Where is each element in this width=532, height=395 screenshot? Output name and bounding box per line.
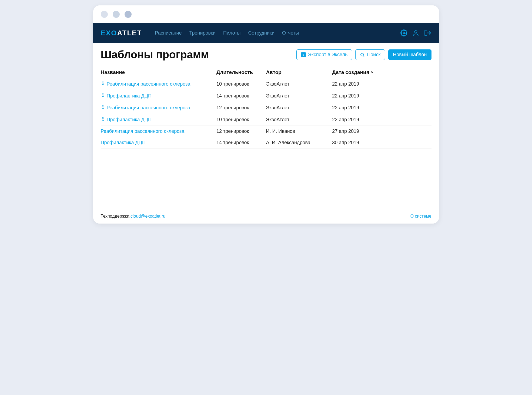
cell-author: ЭкзоАтлет	[266, 90, 332, 102]
svg-point-3	[361, 53, 364, 56]
cell-name: Реабилитация рассеянного склероза	[101, 78, 216, 90]
new-template-button[interactable]: Новый шаблон	[388, 49, 431, 60]
stick-figure-icon	[101, 81, 105, 87]
content: Шаблоны программ x Экспорт в Эксель	[93, 43, 439, 210]
nav-link-staff[interactable]: Сотрудники	[248, 30, 275, 36]
stick-figure-icon	[101, 93, 105, 99]
template-name: Профилактика ДЦП	[107, 117, 152, 123]
cell-duration: 10 тренировок	[216, 78, 266, 90]
svg-line-22	[103, 107, 104, 109]
nav-icons	[400, 29, 431, 37]
table-row: Реабилитация рассеянного склероза12 трен…	[101, 102, 431, 114]
cell-date: 22 апр 2019	[332, 114, 431, 126]
svg-line-4	[363, 56, 364, 56]
templates-table: Название Длительность Автор Дата создани…	[101, 67, 431, 148]
cell-duration: 12 тренировок	[216, 102, 266, 114]
browser-body: EXOATLET Расписание Тренировки Пилоты Со…	[93, 23, 439, 224]
template-link[interactable]: Реабилитация рассеянного склероза	[101, 81, 190, 87]
table-row: Профилактика ДЦП10 тренировокЭкзоАтлет22…	[101, 114, 431, 126]
action-bar: x Экспорт в Эксель Поиск Новый шаб	[296, 49, 431, 60]
gear-icon[interactable]	[400, 29, 408, 37]
template-name: Профилактика ДЦП	[107, 93, 152, 99]
nav-link-schedule[interactable]: Расписание	[155, 30, 182, 36]
cell-name: Профилактика ДЦП	[101, 90, 216, 102]
template-name: Реабилитация рассеянного склероза	[107, 105, 190, 111]
search-icon	[360, 52, 365, 57]
new-label: Новый шаблон	[393, 52, 427, 58]
svg-point-0	[403, 32, 405, 34]
export-excel-button[interactable]: x Экспорт в Эксель	[296, 49, 352, 60]
template-link[interactable]: Реабилитация рассеянного склероза	[101, 129, 185, 134]
cell-duration: 14 тренировок	[216, 137, 266, 148]
template-name: Профилактика ДЦП	[101, 140, 146, 146]
cell-date: 22 апр 2019	[332, 78, 431, 90]
th-date-label: Дата создания	[332, 69, 369, 75]
template-name: Реабилитация рассеянного склероза	[101, 129, 185, 134]
template-link[interactable]: Реабилитация рассеянного склероза	[101, 105, 190, 111]
search-label: Поиск	[367, 52, 380, 58]
window-dot	[113, 11, 120, 18]
cell-duration: 12 тренировок	[216, 126, 266, 137]
stick-figure-icon	[101, 105, 105, 111]
table-row: Профилактика ДЦП14 тренировокА. И. Алекс…	[101, 137, 431, 148]
nav-link-trainings[interactable]: Тренировки	[189, 30, 216, 36]
table-row: Реабилитация рассеянного склероза12 трен…	[101, 126, 431, 137]
search-button[interactable]: Поиск	[355, 49, 385, 60]
logout-icon[interactable]	[424, 29, 431, 37]
stick-figure-icon	[101, 117, 105, 123]
svg-line-16	[103, 96, 104, 97]
logo-left: EXO	[101, 29, 117, 37]
template-link[interactable]: Профилактика ДЦП	[101, 117, 152, 123]
nav-link-pilots[interactable]: Пилоты	[223, 30, 241, 36]
th-date[interactable]: Дата создания ^	[332, 67, 431, 78]
browser-chrome	[93, 5, 439, 23]
logo-right: ATLET	[117, 29, 142, 37]
footer: Техподдержка: cloud@exoatlet.ru О систем…	[93, 210, 439, 224]
cell-date: 30 апр 2019	[332, 137, 431, 148]
page-header: Шаблоны программ x Экспорт в Эксель	[101, 49, 431, 61]
cell-name: Реабилитация рассеянного склероза	[101, 126, 216, 137]
cell-date: 22 апр 2019	[332, 102, 431, 114]
cell-date: 22 апр 2019	[332, 90, 431, 102]
cell-name: Профилактика ДЦП	[101, 114, 216, 126]
browser-frame: EXOATLET Расписание Тренировки Пилоты Со…	[93, 5, 439, 224]
template-name: Реабилитация рассеянного склероза	[107, 81, 190, 87]
cell-author: А. И. Александрова	[266, 137, 332, 148]
cell-duration: 14 тренировок	[216, 90, 266, 102]
user-icon[interactable]	[412, 29, 420, 37]
sort-asc-icon: ^	[371, 70, 373, 74]
nav-links: Расписание Тренировки Пилоты Сотрудники …	[155, 30, 299, 36]
cell-name: Профилактика ДЦП	[101, 137, 216, 148]
svg-line-28	[103, 119, 104, 121]
svg-line-10	[103, 84, 104, 85]
cell-author: И. И. Иванов	[266, 126, 332, 137]
logo[interactable]: EXOATLET	[101, 29, 142, 37]
topnav: EXOATLET Расписание Тренировки Пилоты Со…	[93, 23, 439, 43]
template-link[interactable]: Профилактика ДЦП	[101, 93, 152, 99]
cell-duration: 10 тренировок	[216, 114, 266, 126]
excel-icon: x	[301, 52, 306, 57]
page-title: Шаблоны программ	[101, 49, 209, 61]
export-label: Экспорт в Эксель	[308, 52, 348, 58]
cell-author: ЭкзоАтлет	[266, 78, 332, 90]
support-email-link[interactable]: cloud@exoatlet.ru	[131, 214, 165, 219]
window-dot	[125, 11, 132, 18]
table-row: Реабилитация рассеянного склероза10 трен…	[101, 78, 431, 90]
cell-name: Реабилитация рассеянного склероза	[101, 102, 216, 114]
svg-point-1	[414, 31, 417, 33]
support-label: Техподдержка:	[101, 214, 131, 219]
cell-author: ЭкзоАтлет	[266, 114, 332, 126]
window-dot	[101, 11, 108, 18]
about-link[interactable]: О системе	[410, 214, 431, 219]
th-author[interactable]: Автор	[266, 67, 332, 78]
th-duration[interactable]: Длительность	[216, 67, 266, 78]
cell-date: 27 апр 2019	[332, 126, 431, 137]
template-link[interactable]: Профилактика ДЦП	[101, 140, 146, 146]
th-name[interactable]: Название	[101, 67, 216, 78]
cell-author: ЭкзоАтлет	[266, 102, 332, 114]
nav-link-reports[interactable]: Отчеты	[282, 30, 299, 36]
table-row: Профилактика ДЦП14 тренировокЭкзоАтлет22…	[101, 90, 431, 102]
